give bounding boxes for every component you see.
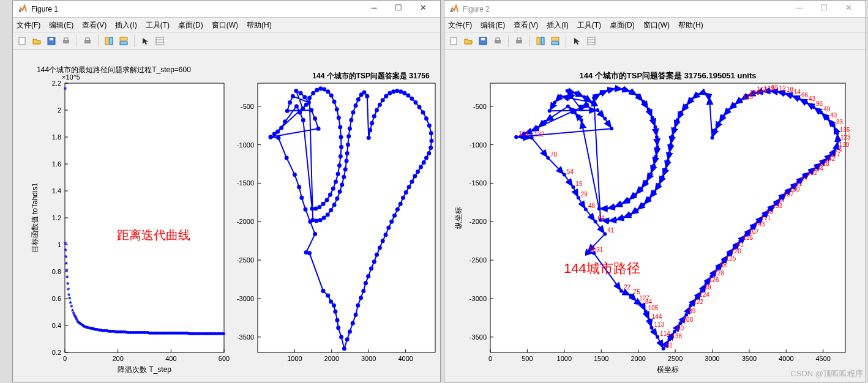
svg-text:90: 90 — [677, 325, 684, 332]
minimize-button[interactable]: ─ — [787, 3, 812, 15]
svg-text:108: 108 — [683, 316, 694, 323]
close-button[interactable]: ✕ — [411, 3, 435, 15]
pointer-icon[interactable] — [138, 34, 152, 48]
menu-desktop[interactable]: 桌面(D) — [178, 20, 203, 31]
svg-text:0.4: 0.4 — [52, 322, 61, 329]
maximize-button[interactable]: ☐ — [812, 3, 836, 15]
svg-point-358 — [349, 118, 353, 122]
svg-text:3000: 3000 — [705, 355, 719, 362]
menu-insert[interactable]: 插入(I) — [115, 20, 137, 31]
svg-text:2500: 2500 — [668, 355, 683, 362]
svg-point-815 — [553, 100, 556, 104]
save-icon[interactable] — [476, 34, 490, 48]
svg-point-762 — [669, 143, 673, 147]
svg-point-798 — [612, 205, 616, 209]
menu-window[interactable]: 窗口(W) — [643, 20, 670, 31]
svg-text:107: 107 — [749, 228, 759, 235]
layout1-icon[interactable] — [102, 34, 116, 48]
new-icon[interactable] — [15, 34, 29, 48]
figure-content: 144 个城市的TSP问题答案是 31756.195051 units05001… — [444, 50, 866, 382]
open-icon[interactable] — [30, 34, 43, 48]
inspector-icon[interactable] — [585, 34, 598, 48]
svg-point-411 — [302, 95, 307, 99]
svg-point-791 — [652, 164, 656, 168]
menu-view[interactable]: 查看(V) — [514, 20, 538, 31]
svg-text:降温次数 T_step: 降温次数 T_step — [118, 365, 171, 374]
svg-point-316 — [392, 214, 397, 218]
layout1-icon[interactable] — [534, 34, 547, 48]
svg-point-378 — [315, 88, 319, 92]
print2-icon[interactable] — [512, 34, 526, 48]
menu-desktop[interactable]: 桌面(D) — [610, 20, 635, 31]
menu-file[interactable]: 文件(F) — [17, 20, 40, 31]
svg-point-359 — [348, 127, 352, 131]
svg-point-373 — [318, 218, 323, 222]
svg-point-381 — [326, 89, 330, 94]
menu-view[interactable]: 查看(V) — [82, 20, 107, 31]
menu-insert[interactable]: 插入(I) — [547, 20, 568, 31]
maximize-button[interactable]: ☐ — [386, 3, 411, 15]
svg-point-312 — [381, 239, 385, 243]
svg-point-752 — [711, 136, 714, 139]
svg-point-661 — [689, 303, 692, 307]
svg-text:120: 120 — [731, 248, 741, 255]
svg-point-645 — [648, 318, 651, 322]
svg-point-300 — [348, 330, 352, 334]
svg-text:-3500: -3500 — [470, 333, 487, 341]
svg-point-819 — [610, 127, 613, 130]
svg-point-0 — [19, 10, 21, 12]
svg-point-729 — [797, 97, 801, 100]
svg-text:15: 15 — [575, 180, 583, 187]
svg-line-609 — [550, 110, 598, 111]
minimize-button[interactable]: ─ — [362, 3, 386, 15]
toolbar — [13, 32, 440, 50]
svg-point-392 — [334, 179, 338, 184]
svg-point-315 — [389, 220, 394, 224]
open-icon[interactable] — [462, 34, 475, 48]
menu-help[interactable]: 帮助(H) — [247, 20, 272, 31]
menu-file[interactable]: 文件(F) — [448, 20, 472, 31]
svg-point-374 — [315, 219, 319, 223]
svg-text:3500: 3500 — [742, 355, 757, 362]
titlebar[interactable]: Figure 1 ─ ☐ ✕ — [13, 1, 440, 18]
print-icon[interactable] — [491, 34, 504, 48]
svg-point-319 — [401, 196, 405, 200]
layout2-icon[interactable] — [117, 34, 130, 48]
svg-point-325 — [419, 165, 423, 169]
svg-text:-500: -500 — [241, 103, 254, 110]
svg-rect-8 — [105, 37, 108, 45]
print-icon[interactable] — [59, 34, 73, 48]
svg-text:200: 200 — [112, 355, 123, 362]
save-icon[interactable] — [45, 34, 58, 48]
menu-tools[interactable]: 工具(T) — [577, 20, 601, 31]
svg-point-665 — [700, 289, 704, 292]
svg-point-727 — [804, 100, 808, 104]
titlebar[interactable]: Figure 2 ─ ☐ ✕ — [444, 1, 866, 18]
svg-rect-432 — [588, 37, 595, 45]
figure-2-window: Figure 2 ─ ☐ ✕ 文件(F) 编辑(E) 查看(V) 插入(I) 工… — [444, 0, 866, 382]
menu-edit[interactable]: 编辑(E) — [481, 20, 505, 31]
svg-text:33: 33 — [836, 119, 844, 125]
svg-point-404 — [279, 125, 283, 130]
svg-text:4500: 4500 — [816, 355, 831, 362]
svg-point-322 — [410, 179, 414, 184]
menu-tools[interactable]: 工具(T) — [146, 20, 170, 31]
svg-text:135: 135 — [840, 127, 850, 133]
svg-rect-3 — [50, 38, 53, 40]
close-button[interactable]: ✕ — [836, 3, 861, 15]
menu-help[interactable]: 帮助(H) — [678, 20, 703, 31]
svg-point-753 — [708, 94, 711, 98]
layout2-icon[interactable] — [548, 34, 562, 48]
inspector-icon[interactable] — [153, 34, 166, 48]
print2-icon[interactable] — [81, 34, 94, 48]
svg-point-615 — [530, 136, 534, 139]
svg-point-292 — [329, 300, 333, 304]
menu-window[interactable]: 窗口(W) — [212, 20, 238, 31]
new-icon[interactable] — [447, 34, 460, 48]
svg-text:132: 132 — [534, 131, 545, 138]
svg-point-327 — [424, 155, 428, 160]
svg-point-354 — [359, 92, 364, 97]
svg-text:43: 43 — [809, 95, 816, 102]
menu-edit[interactable]: 编辑(E) — [49, 20, 73, 31]
pointer-icon[interactable] — [570, 34, 583, 48]
